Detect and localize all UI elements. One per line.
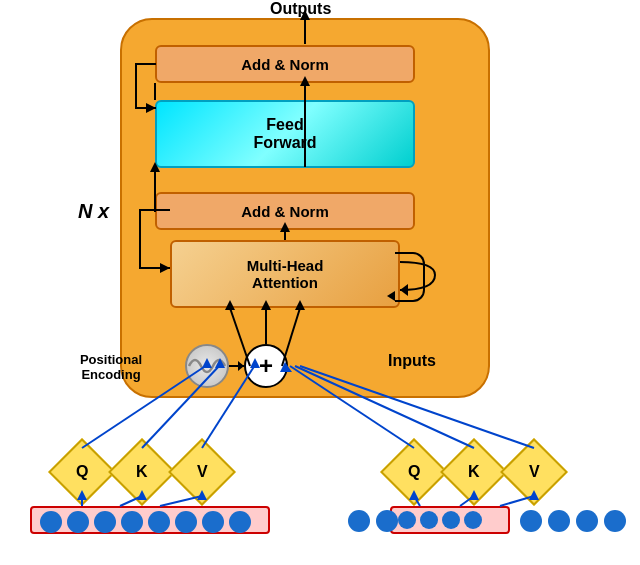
dot — [520, 510, 542, 532]
plus-symbol: + — [259, 352, 273, 380]
dot — [420, 511, 438, 529]
add-norm-bottom: Add & Norm — [155, 192, 415, 230]
self-attention-arrow — [395, 252, 425, 302]
add-norm-bottom-label: Add & Norm — [241, 203, 329, 220]
outputs-label: Outputs — [270, 0, 331, 18]
dot — [398, 511, 416, 529]
v-label-left: V — [197, 463, 208, 481]
positional-encoding-label: Positional Encoding — [66, 352, 156, 382]
feed-forward-box: FeedForward — [155, 100, 415, 168]
k-label-right: K — [468, 463, 480, 481]
dot — [175, 511, 197, 533]
middle-dots — [348, 510, 398, 532]
dot — [40, 511, 62, 533]
dot — [94, 511, 116, 533]
dot — [229, 511, 251, 533]
dot — [604, 510, 626, 532]
dot — [576, 510, 598, 532]
input-bar-left — [30, 506, 270, 534]
dot — [202, 511, 224, 533]
multi-head-label: Multi-HeadAttention — [247, 257, 324, 291]
right-dots — [520, 510, 626, 532]
dot — [67, 511, 89, 533]
sine-wave-circle — [185, 344, 229, 388]
plus-circle: + — [244, 344, 288, 388]
dot — [376, 510, 398, 532]
diagram-container: Outputs N x Add & Norm FeedForward Add &… — [0, 0, 640, 565]
nx-label: N x — [78, 200, 109, 223]
v-label-right: V — [529, 463, 540, 481]
add-norm-top: Add & Norm — [155, 45, 415, 83]
inputs-label: Inputs — [388, 352, 436, 370]
add-norm-top-label: Add & Norm — [241, 56, 329, 73]
dot — [121, 511, 143, 533]
dot — [148, 511, 170, 533]
dot — [464, 511, 482, 529]
q-label-right: Q — [408, 463, 420, 481]
dot — [548, 510, 570, 532]
dot — [348, 510, 370, 532]
q-label-left: Q — [76, 463, 88, 481]
multi-head-attention-box: Multi-HeadAttention — [170, 240, 400, 308]
input-bar-right — [390, 506, 510, 534]
dot — [442, 511, 460, 529]
k-label-left: K — [136, 463, 148, 481]
feed-forward-label: FeedForward — [253, 116, 316, 152]
